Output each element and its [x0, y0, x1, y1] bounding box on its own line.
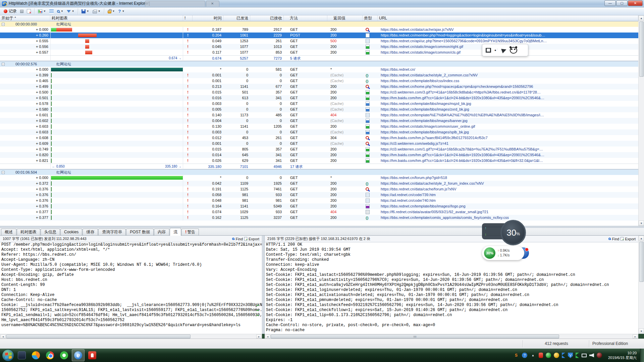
column-header-1[interactable]: 耗时图表: [50, 15, 183, 21]
export-link[interactable]: Export: [249, 237, 259, 241]
response-vertical-scrollbar[interactable]: ▲ ▼: [638, 236, 644, 334]
print-button[interactable]: ▼: [91, 8, 102, 15]
column-header-5[interactable]: 已接收: [250, 15, 284, 21]
request-row[interactable]: + 0.000!0.1877892917GET200https://bbs.re…: [0, 27, 638, 33]
tab-警告[interactable]: !警告: [181, 229, 199, 235]
column-header-4[interactable]: 已发送: [223, 15, 250, 21]
tab-耗时图表[interactable]: 耗时图表: [17, 229, 40, 235]
tab-头信息[interactable]: 头信息: [41, 229, 60, 235]
flag-green-tray-icon[interactable]: [576, 353, 579, 358]
request-row[interactable]: + 0.556!0.04510771013GET200https://bbs.r…: [0, 44, 638, 50]
tab-概述[interactable]: 概述: [1, 229, 16, 235]
clear-button[interactable]: [25, 8, 33, 15]
request-hscroll-thumb[interactable]: [6, 335, 191, 339]
column-header-8[interactable]: 类型: [363, 15, 378, 21]
request-row[interactable]: + 0.465!0.00100GET(Cache)https://bbs.red…: [0, 78, 638, 84]
start-button[interactable]: [2, 349, 14, 361]
help-button[interactable]: ?▼: [117, 8, 126, 15]
shield-tray-icon[interactable]: V: [568, 353, 573, 358]
background-window-tab-close[interactable]: ✕: [206, 1, 219, 7]
response-stream-text[interactable]: HTTP/1.1 200 OKDate: Sat, 15 Jun 2019 01…: [265, 242, 638, 334]
group-pages-button[interactable]: [48, 8, 55, 15]
taskbar-app-sogou-browser[interactable]: [30, 349, 42, 361]
scroll-right-icon[interactable]: ►: [633, 335, 638, 339]
caret-tray-icon[interactable]: ▲: [530, 352, 536, 358]
screen-capture-icon[interactable]: [486, 48, 491, 53]
minimize-button[interactable]: —: [604, 0, 616, 6]
pane-divider[interactable]: [262, 236, 265, 334]
request-row[interactable]: + 0.000*0581GET*https://bbs.rednet.cn/: [0, 67, 638, 72]
request-row[interactable]: + 0.499!0.2131141677GET200https://bbs.re…: [0, 84, 638, 89]
request-row[interactable]: + 0.603!0.13011411205GET200https://bbs.r…: [0, 124, 638, 129]
tab-流[interactable]: 流: [170, 228, 181, 236]
request-row[interactable]: + 0.602!0.00400GET(Cache)https://bbs.red…: [0, 118, 638, 124]
collapse-icon[interactable]: −: [2, 23, 5, 26]
collapse-icon[interactable]: −: [2, 63, 5, 66]
request-row[interactable]: + 0.820!0.014645341GET200https://hm.baid…: [0, 152, 638, 158]
taskbar-app-green-browser[interactable]: [58, 349, 70, 361]
request-horizontal-scrollbar[interactable]: ◄ ►: [0, 334, 262, 339]
maximize-button[interactable]: ▢: [616, 0, 628, 6]
scroll-right-icon[interactable]: ►: [256, 335, 262, 339]
network-tray-icon[interactable]: [582, 354, 587, 357]
request-row[interactable]: + 0.580!0.00500GET(Cache)https://bbs.red…: [0, 107, 638, 112]
column-header-0[interactable]: 开始于▲: [0, 15, 50, 21]
taskbar-app-ie[interactable]: e: [72, 349, 85, 361]
scroll-left-icon[interactable]: ◄: [265, 335, 270, 339]
request-row[interactable]: + 0.260!0.20410612229POST200https://bbs.…: [0, 33, 638, 38]
request-row[interactable]: + 0.377!0.16211253237GET200https://bbs.r…: [0, 215, 638, 221]
request-row[interactable]: + 0.608!0.012453261GET304https://hm.baid…: [0, 135, 638, 141]
filter-button[interactable]: ▼: [65, 8, 76, 15]
usage-ball[interactable]: 30%: [484, 247, 495, 259]
green-dot-tray-icon[interactable]: [546, 353, 551, 358]
panda-icon[interactable]: [510, 47, 517, 54]
scroll-up-icon[interactable]: ▲: [639, 15, 644, 21]
background-window-tab[interactable]: [145, 1, 205, 7]
response-hscroll-thumb[interactable]: ⦀⦀⦀: [271, 335, 559, 339]
coin-tray-icon[interactable]: [554, 353, 559, 358]
collapse-icon[interactable]: −: [2, 171, 5, 174]
volume-tray-icon[interactable]: [589, 353, 594, 357]
memory-usage-circle[interactable]: 30%: [500, 220, 526, 245]
flag-blue-tray-icon[interactable]: [562, 353, 565, 358]
chart-view-button[interactable]: ▼: [36, 8, 48, 15]
page-group-header[interactable]: −00:00:00.000红网论坛: [0, 21, 638, 27]
export-link[interactable]: Export: [625, 237, 636, 241]
tab-Cookies[interactable]: Cookies: [60, 229, 82, 235]
request-row[interactable]: + 0.601!0.1401173485GET404https://bbs.re…: [0, 112, 638, 118]
response-scrollbar-thumb[interactable]: [639, 242, 644, 282]
save-button[interactable]: ▼: [80, 8, 91, 15]
tab-缓存[interactable]: 缓存: [83, 229, 98, 235]
request-row[interactable]: + 0.749!0.015805357GET200https://cl3.web…: [0, 146, 638, 152]
page-group-header[interactable]: −00:00:02.576红网论坛: [0, 61, 638, 67]
send-arrow-icon[interactable]: [501, 47, 507, 53]
security-button[interactable]: ▼: [106, 8, 117, 15]
show-desktop-button[interactable]: [640, 349, 644, 362]
request-row[interactable]: + 0.377!0.0741029933GET404https://f6.red…: [0, 209, 638, 215]
page-group-header[interactable]: −00:01:06.504红网论坛: [0, 169, 638, 175]
request-row[interactable]: + 0.376!0.058981933GET200https://ad.redn…: [0, 192, 638, 198]
sogou-tray-icon[interactable]: S: [513, 352, 519, 358]
find-button[interactable]: ▼: [55, 8, 65, 15]
tab-内容[interactable]: 内容: [154, 229, 169, 235]
ball-tray-icon[interactable]: [597, 353, 602, 358]
request-row[interactable]: + 0.399!0.00100GET(Cache)https://bbs.red…: [0, 72, 638, 78]
column-header-2[interactable]: !: [183, 15, 193, 21]
request-row[interactable]: + 0.000*00GET*https://bbs.rednet.cn/foru…: [0, 175, 638, 181]
column-header-9[interactable]: URL: [378, 15, 638, 21]
request-row[interactable]: + 0.376!0.048981981GET200https://ad.redn…: [0, 198, 638, 203]
request-row[interactable]: + 0.555!0.0491253261GET500https://bbs.re…: [0, 38, 638, 44]
request-row[interactable]: + 0.376!0.19111257461GET200https://bbs.r…: [0, 186, 638, 192]
request-row[interactable]: + 0.501!0.016613341GET200https://hm.baid…: [0, 95, 638, 101]
tab-查询字符串[interactable]: 查询字符串: [98, 229, 126, 235]
request-row[interactable]: + 0.372!0.04211091925GET200https://bbs.r…: [0, 181, 638, 186]
column-header-6[interactable]: 方法: [284, 15, 327, 21]
taskbar-clock[interactable]: 10:20 2019/6/15 星期六: [605, 351, 640, 360]
request-stream-text[interactable]: POST /member.php?mod=logging&action=logi…: [0, 242, 262, 334]
column-header-3[interactable]: 时间: [193, 15, 223, 21]
request-row[interactable]: + 0.609!0.00100GET(Cache)https://cl3.web…: [0, 141, 638, 146]
request-row[interactable]: + 0.578!0.00300GET(Cache)https://bbs.red…: [0, 101, 638, 107]
taskbar-app-input-dark[interactable]: [15, 349, 28, 361]
find-link[interactable]: Find: [612, 237, 619, 241]
scroll-down-icon[interactable]: ▼: [639, 221, 644, 226]
